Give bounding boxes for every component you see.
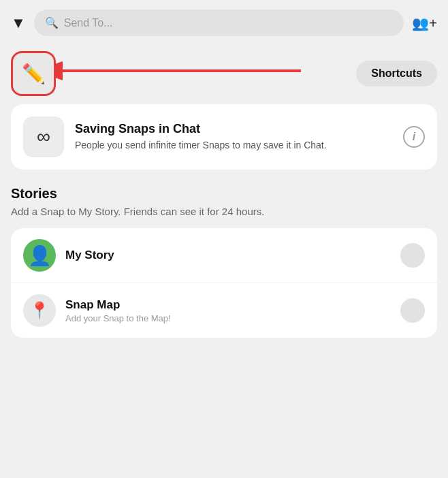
- stories-subtitle: Add a Snap to My Story. Friends can see …: [11, 204, 437, 219]
- saving-snaps-subtitle: People you send infinite timer Snaps to …: [75, 139, 392, 153]
- saving-snaps-card: ∞ Saving Snaps in Chat People you send i…: [11, 104, 437, 170]
- saving-snaps-icon-box: ∞: [23, 116, 64, 157]
- search-bar[interactable]: 🔍 Send To...: [34, 10, 404, 36]
- search-placeholder: Send To...: [64, 17, 113, 29]
- my-story-name: My Story: [65, 249, 391, 262]
- red-arrow: [56, 55, 308, 86]
- snap-map-desc: Add your Snap to the Map!: [65, 313, 391, 323]
- pencil-icon: ✏️: [22, 63, 46, 85]
- shortcuts-button[interactable]: Shortcuts: [356, 61, 437, 86]
- stories-title: Stories: [11, 186, 437, 202]
- list-item: 📍 Snap Map Add your Snap to the Map!: [11, 283, 437, 338]
- snap-map-text: Snap Map Add your Snap to the Map!: [65, 298, 391, 323]
- map-pin-icon: 📍: [29, 301, 50, 320]
- info-icon[interactable]: i: [403, 126, 425, 148]
- pencil-button[interactable]: ✏️: [11, 51, 56, 96]
- my-story-text: My Story: [65, 249, 391, 262]
- stories-card: 👤 My Story 📍 Snap Map Add your Snap to t…: [11, 228, 437, 338]
- snap-map-name: Snap Map: [65, 298, 391, 312]
- saving-snaps-title: Saving Snaps in Chat: [75, 122, 392, 136]
- chevron-down-icon[interactable]: ▼: [11, 14, 26, 32]
- search-icon: 🔍: [45, 16, 59, 29]
- add-friends-icon[interactable]: 👥+: [412, 15, 437, 31]
- shortcuts-row: ✏️ Shortcuts: [0, 46, 448, 104]
- header: ▼ 🔍 Send To... 👥+: [0, 0, 448, 46]
- infinity-icon: ∞: [37, 126, 50, 148]
- snap-map-toggle[interactable]: [400, 298, 425, 323]
- list-item: 👤 My Story: [11, 228, 437, 283]
- person-icon: 👤: [28, 244, 52, 267]
- snap-map-icon-box: 📍: [23, 294, 56, 327]
- my-story-toggle[interactable]: [400, 243, 425, 268]
- my-story-avatar: 👤: [23, 239, 56, 272]
- saving-snaps-text: Saving Snaps in Chat People you send inf…: [75, 122, 392, 153]
- stories-section: Stories Add a Snap to My Story. Friends …: [0, 180, 448, 346]
